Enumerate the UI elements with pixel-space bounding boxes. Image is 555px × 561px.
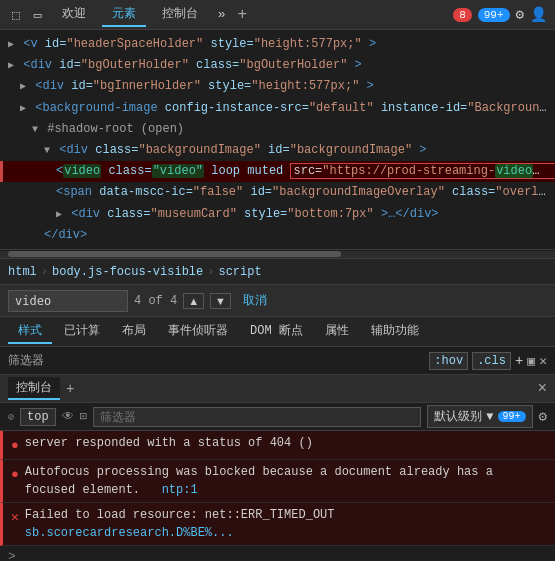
collapse-icon[interactable]: ▶ (8, 60, 14, 71)
dom-scrollbar[interactable] (0, 251, 555, 259)
log-level-dropdown[interactable]: 默认级别 ▼ 99+ (427, 405, 532, 428)
console-settings-icon[interactable]: ⚙ (539, 408, 547, 425)
message-text-2: Autofocus processing was blocked because… (25, 463, 547, 499)
error-badge: 8 (453, 8, 472, 22)
error-icon-1: ● (11, 436, 19, 456)
message-link-3[interactable]: sb.scorecardresearch.D%BE%... (25, 526, 234, 540)
search-next-button[interactable]: ▼ (210, 293, 231, 309)
collapse-icon[interactable]: ▶ (56, 209, 62, 220)
error-icon-2: ● (11, 465, 19, 485)
tab-welcome[interactable]: 欢迎 (52, 2, 96, 27)
expand-icon[interactable]: ▼ (32, 124, 38, 135)
breadcrumb-body[interactable]: body.js-focus-visible (52, 265, 203, 279)
more-tabs-icon[interactable]: » (214, 5, 230, 24)
cls-filter-button[interactable]: .cls (472, 352, 511, 370)
top-context-selector[interactable]: top (20, 408, 56, 426)
console-toolbar: 控制台 + × (0, 375, 555, 403)
dom-line[interactable]: ▶ <div id="bgInnerHolder" style="height:… (0, 76, 555, 97)
dropdown-arrow-icon: ▼ (486, 410, 493, 424)
tab-properties[interactable]: 属性 (315, 319, 359, 344)
dom-line: </div> (0, 225, 555, 246)
notification-badge: 99+ (478, 8, 510, 22)
breadcrumb-sep: › (41, 265, 48, 279)
console-message-2: ● Autofocus processing was blocked becau… (0, 460, 555, 503)
search-prev-button[interactable]: ▲ (183, 293, 204, 309)
console-close-button[interactable]: × (537, 380, 547, 398)
console-prompt-row: > (0, 546, 555, 562)
funnel-icon[interactable]: ⊡ (80, 409, 87, 424)
console-add-button[interactable]: + (66, 381, 74, 397)
dom-panel: ▶ <v id="headerSpaceHolder" style="heigh… (0, 30, 555, 250)
breadcrumb: html › body.js-focus-visible › script (0, 259, 555, 285)
search-count: 4 of 4 (134, 294, 177, 308)
settings-icon[interactable]: ⚙ (516, 6, 524, 23)
search-cancel-button[interactable]: 取消 (237, 290, 273, 311)
hover-filter-button[interactable]: :hov (429, 352, 468, 370)
eye-icon[interactable]: 👁 (62, 409, 74, 424)
prompt-arrow-icon: > (8, 549, 16, 562)
styles-tabs: 样式 已计算 布局 事件侦听器 DOM 断点 属性 辅助功能 (0, 317, 555, 347)
dom-line-highlighted[interactable]: <video class="video" loop muted src="htt… (0, 161, 555, 182)
search-input[interactable] (8, 290, 128, 312)
dom-line[interactable]: ▶ <v id="headerSpaceHolder" style="heigh… (0, 34, 555, 55)
breadcrumb-html[interactable]: html (8, 265, 37, 279)
console-message-3: ✕ Failed to load resource: net::ERR_TIME… (0, 503, 555, 546)
filter-circle-icon[interactable]: ⊘ (8, 411, 14, 423)
error-icon-3: ✕ (11, 508, 19, 528)
dom-line: </background-image> (0, 246, 555, 250)
tab-accessibility[interactable]: 辅助功能 (361, 319, 429, 344)
console-tab[interactable]: 控制台 (8, 377, 60, 400)
dom-line[interactable]: ▶ <div class="museumCard" style="bottom:… (0, 204, 555, 225)
tab-event-listeners[interactable]: 事件侦听器 (158, 319, 238, 344)
console-filter-input[interactable] (93, 407, 421, 427)
inspect-icon[interactable]: ⬚ (8, 5, 24, 25)
console-message-1: ● server responded with a status of 404 … (0, 431, 555, 460)
close-filter-icon[interactable]: ✕ (539, 353, 547, 369)
dom-line[interactable]: <span data-mscc-ic="false" id="backgroun… (0, 182, 555, 203)
tab-elements[interactable]: 元素 (102, 2, 146, 27)
message-link-2[interactable]: ntp:1 (162, 483, 198, 497)
device-icon[interactable]: ▭ (30, 5, 46, 25)
tab-computed[interactable]: 已计算 (54, 319, 110, 344)
add-filter-button[interactable]: + (515, 353, 523, 369)
filter-row: 筛选器 :hov .cls + ▣ ✕ (0, 347, 555, 375)
collapse-icon[interactable]: ▶ (20, 103, 26, 114)
console-filter-row: ⊘ top 👁 ⊡ 默认级别 ▼ 99+ ⚙ (0, 403, 555, 431)
dom-line[interactable]: ▼ #shadow-root (open) (0, 119, 555, 140)
collapse-icon[interactable]: ▶ (20, 81, 26, 92)
message-text-3: Failed to load resource: net::ERR_TIMED_… (25, 506, 547, 542)
level-label: 默认级别 (434, 408, 482, 425)
user-icon[interactable]: 👤 (530, 6, 547, 23)
tab-console[interactable]: 控制台 (152, 2, 208, 27)
dom-line[interactable]: ▼ <div class="backgroundImage" id="backg… (0, 140, 555, 161)
dom-line[interactable]: ▶ <div id="bgOuterHolder" class="bgOuter… (0, 55, 555, 76)
box-filter-icon[interactable]: ▣ (527, 353, 535, 369)
dom-line[interactable]: ▶ <background-image config-instance-src=… (0, 98, 555, 119)
add-tab-button[interactable]: + (237, 6, 247, 24)
filter-label: 筛选器 (8, 352, 44, 369)
breadcrumb-sep2: › (207, 265, 214, 279)
tab-dom-breakpoints[interactable]: DOM 断点 (240, 319, 313, 344)
collapse-icon[interactable]: ▶ (8, 39, 14, 50)
breadcrumb-script[interactable]: script (218, 265, 261, 279)
top-toolbar: ⬚ ▭ 欢迎 元素 控制台 » + 8 99+ ⚙ 👤 (0, 0, 555, 30)
level-badge: 99+ (498, 411, 526, 422)
tab-styles[interactable]: 样式 (8, 319, 52, 344)
expand-icon[interactable]: ▼ (44, 145, 50, 156)
console-messages: ● server responded with a status of 404 … (0, 431, 555, 561)
tab-layout[interactable]: 布局 (112, 319, 156, 344)
message-text-1: server responded with a status of 404 () (25, 434, 547, 452)
search-bar: 4 of 4 ▲ ▼ 取消 (0, 285, 555, 317)
